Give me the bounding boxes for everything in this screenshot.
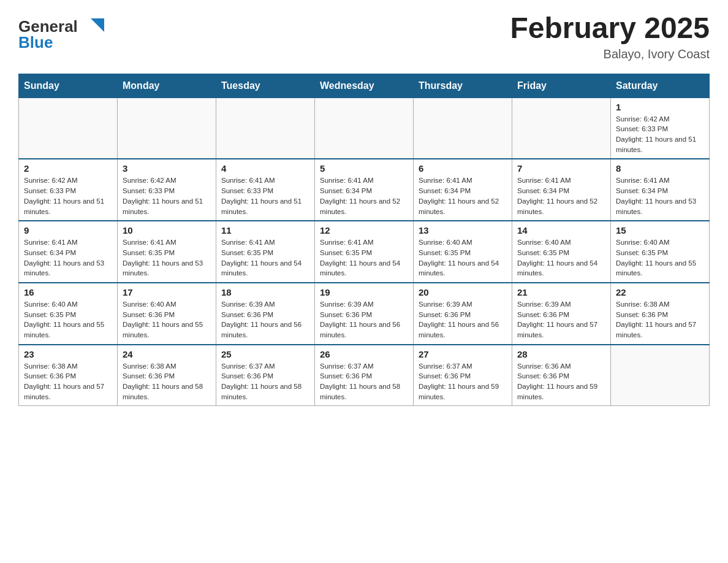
calendar-cell: 27Sunrise: 6:37 AM Sunset: 6:36 PM Dayli… xyxy=(414,345,512,406)
day-number: 17 xyxy=(123,287,211,297)
day-info: Sunrise: 6:41 AM Sunset: 6:34 PM Dayligh… xyxy=(419,175,507,216)
calendar-cell: 6Sunrise: 6:41 AM Sunset: 6:34 PM Daylig… xyxy=(414,159,512,221)
day-number: 1 xyxy=(616,102,704,112)
logo: General Blue xyxy=(18,12,104,52)
day-number: 6 xyxy=(419,163,507,174)
day-number: 7 xyxy=(517,163,605,174)
calendar-cell: 24Sunrise: 6:38 AM Sunset: 6:36 PM Dayli… xyxy=(118,345,216,406)
day-number: 21 xyxy=(517,287,605,297)
calendar-cell: 20Sunrise: 6:39 AM Sunset: 6:36 PM Dayli… xyxy=(414,283,512,345)
day-info: Sunrise: 6:40 AM Sunset: 6:35 PM Dayligh… xyxy=(616,237,704,278)
day-number: 15 xyxy=(616,225,704,236)
day-info: Sunrise: 6:37 AM Sunset: 6:36 PM Dayligh… xyxy=(320,361,408,402)
day-info: Sunrise: 6:42 AM Sunset: 6:33 PM Dayligh… xyxy=(24,175,112,216)
day-info: Sunrise: 6:41 AM Sunset: 6:35 PM Dayligh… xyxy=(221,237,309,278)
calendar-cell: 22Sunrise: 6:38 AM Sunset: 6:36 PM Dayli… xyxy=(611,283,710,345)
calendar-cell: 19Sunrise: 6:39 AM Sunset: 6:36 PM Dayli… xyxy=(315,283,414,345)
day-number: 12 xyxy=(320,225,408,236)
calendar-cell: 15Sunrise: 6:40 AM Sunset: 6:35 PM Dayli… xyxy=(611,221,710,283)
calendar-cell xyxy=(19,98,118,159)
calendar-row: 16Sunrise: 6:40 AM Sunset: 6:35 PM Dayli… xyxy=(19,283,710,345)
svg-text:Blue: Blue xyxy=(18,33,53,52)
calendar-cell xyxy=(315,98,414,159)
day-info: Sunrise: 6:40 AM Sunset: 6:35 PM Dayligh… xyxy=(419,237,507,278)
day-number: 20 xyxy=(419,287,507,297)
calendar-cell: 13Sunrise: 6:40 AM Sunset: 6:35 PM Dayli… xyxy=(414,221,512,283)
col-monday: Monday xyxy=(118,74,216,98)
col-tuesday: Tuesday xyxy=(216,74,315,98)
day-info: Sunrise: 6:38 AM Sunset: 6:36 PM Dayligh… xyxy=(616,299,704,340)
day-info: Sunrise: 6:40 AM Sunset: 6:35 PM Dayligh… xyxy=(517,237,605,278)
day-number: 13 xyxy=(419,225,507,236)
day-info: Sunrise: 6:41 AM Sunset: 6:34 PM Dayligh… xyxy=(24,237,112,278)
day-number: 4 xyxy=(221,163,309,174)
day-number: 14 xyxy=(517,225,605,236)
calendar-cell: 4Sunrise: 6:41 AM Sunset: 6:33 PM Daylig… xyxy=(216,159,315,221)
logo-svg: General Blue xyxy=(18,12,104,52)
calendar-cell: 23Sunrise: 6:38 AM Sunset: 6:36 PM Dayli… xyxy=(19,345,118,406)
day-number: 28 xyxy=(517,349,605,359)
day-info: Sunrise: 6:39 AM Sunset: 6:36 PM Dayligh… xyxy=(517,299,605,340)
day-number: 16 xyxy=(24,287,112,297)
col-thursday: Thursday xyxy=(414,74,512,98)
day-info: Sunrise: 6:40 AM Sunset: 6:36 PM Dayligh… xyxy=(123,299,211,340)
calendar-row: 9Sunrise: 6:41 AM Sunset: 6:34 PM Daylig… xyxy=(19,221,710,283)
day-info: Sunrise: 6:39 AM Sunset: 6:36 PM Dayligh… xyxy=(221,299,309,340)
day-number: 22 xyxy=(616,287,704,297)
day-number: 26 xyxy=(320,349,408,359)
calendar-cell: 25Sunrise: 6:37 AM Sunset: 6:36 PM Dayli… xyxy=(216,345,315,406)
day-number: 5 xyxy=(320,163,408,174)
day-info: Sunrise: 6:41 AM Sunset: 6:35 PM Dayligh… xyxy=(123,237,211,278)
day-number: 23 xyxy=(24,349,112,359)
col-friday: Friday xyxy=(512,74,611,98)
day-info: Sunrise: 6:41 AM Sunset: 6:34 PM Dayligh… xyxy=(320,175,408,216)
day-info: Sunrise: 6:41 AM Sunset: 6:33 PM Dayligh… xyxy=(221,175,309,216)
calendar-cell: 17Sunrise: 6:40 AM Sunset: 6:36 PM Dayli… xyxy=(118,283,216,345)
col-sunday: Sunday xyxy=(19,74,118,98)
day-number: 11 xyxy=(221,225,309,236)
calendar-cell xyxy=(118,98,216,159)
calendar-cell: 12Sunrise: 6:41 AM Sunset: 6:35 PM Dayli… xyxy=(315,221,414,283)
day-info: Sunrise: 6:40 AM Sunset: 6:35 PM Dayligh… xyxy=(24,299,112,340)
calendar-cell: 11Sunrise: 6:41 AM Sunset: 6:35 PM Dayli… xyxy=(216,221,315,283)
calendar-cell: 10Sunrise: 6:41 AM Sunset: 6:35 PM Dayli… xyxy=(118,221,216,283)
day-number: 18 xyxy=(221,287,309,297)
calendar-cell: 18Sunrise: 6:39 AM Sunset: 6:36 PM Dayli… xyxy=(216,283,315,345)
day-info: Sunrise: 6:41 AM Sunset: 6:34 PM Dayligh… xyxy=(616,175,704,216)
day-info: Sunrise: 6:39 AM Sunset: 6:36 PM Dayligh… xyxy=(320,299,408,340)
calendar-row: 23Sunrise: 6:38 AM Sunset: 6:36 PM Dayli… xyxy=(19,345,710,406)
day-number: 19 xyxy=(320,287,408,297)
day-number: 8 xyxy=(616,163,704,174)
day-info: Sunrise: 6:38 AM Sunset: 6:36 PM Dayligh… xyxy=(24,361,112,402)
col-wednesday: Wednesday xyxy=(315,74,414,98)
day-info: Sunrise: 6:41 AM Sunset: 6:35 PM Dayligh… xyxy=(320,237,408,278)
calendar-cell: 2Sunrise: 6:42 AM Sunset: 6:33 PM Daylig… xyxy=(19,159,118,221)
calendar-cell: 1Sunrise: 6:42 AM Sunset: 6:33 PM Daylig… xyxy=(611,98,710,159)
calendar-cell: 26Sunrise: 6:37 AM Sunset: 6:36 PM Dayli… xyxy=(315,345,414,406)
calendar-cell: 14Sunrise: 6:40 AM Sunset: 6:35 PM Dayli… xyxy=(512,221,611,283)
calendar-cell xyxy=(414,98,512,159)
day-info: Sunrise: 6:38 AM Sunset: 6:36 PM Dayligh… xyxy=(123,361,211,402)
calendar-header-row: Sunday Monday Tuesday Wednesday Thursday… xyxy=(19,74,710,98)
calendar-cell: 3Sunrise: 6:42 AM Sunset: 6:33 PM Daylig… xyxy=(118,159,216,221)
day-info: Sunrise: 6:36 AM Sunset: 6:36 PM Dayligh… xyxy=(517,361,605,402)
page-header: General Blue February 2025 Balayo, Ivory… xyxy=(18,12,710,61)
calendar-row: 1Sunrise: 6:42 AM Sunset: 6:33 PM Daylig… xyxy=(19,98,710,159)
month-title: February 2025 xyxy=(510,12,710,45)
logo-triangle-icon xyxy=(91,18,104,32)
day-info: Sunrise: 6:41 AM Sunset: 6:34 PM Dayligh… xyxy=(517,175,605,216)
calendar-cell xyxy=(216,98,315,159)
day-number: 2 xyxy=(24,163,112,174)
day-info: Sunrise: 6:42 AM Sunset: 6:33 PM Dayligh… xyxy=(616,114,704,155)
location-title: Balayo, Ivory Coast xyxy=(510,47,710,61)
day-number: 24 xyxy=(123,349,211,359)
calendar-cell: 28Sunrise: 6:36 AM Sunset: 6:36 PM Dayli… xyxy=(512,345,611,406)
title-section: February 2025 Balayo, Ivory Coast xyxy=(510,12,710,61)
day-info: Sunrise: 6:37 AM Sunset: 6:36 PM Dayligh… xyxy=(419,361,507,402)
calendar-cell: 7Sunrise: 6:41 AM Sunset: 6:34 PM Daylig… xyxy=(512,159,611,221)
calendar-cell xyxy=(611,345,710,406)
calendar-cell: 9Sunrise: 6:41 AM Sunset: 6:34 PM Daylig… xyxy=(19,221,118,283)
calendar-row: 2Sunrise: 6:42 AM Sunset: 6:33 PM Daylig… xyxy=(19,159,710,221)
calendar-cell: 8Sunrise: 6:41 AM Sunset: 6:34 PM Daylig… xyxy=(611,159,710,221)
day-info: Sunrise: 6:39 AM Sunset: 6:36 PM Dayligh… xyxy=(419,299,507,340)
